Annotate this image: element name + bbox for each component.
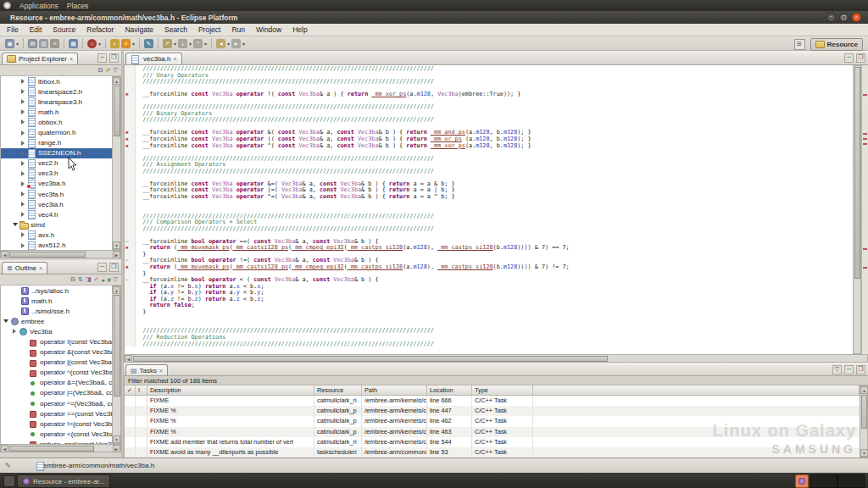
minimize-window-icon[interactable]: −	[826, 13, 836, 22]
search-caret-icon[interactable]: ▾	[98, 41, 101, 47]
task-row[interactable]: FIXME %catmullclark_p/embree-arm/kernels…	[125, 427, 860, 437]
code-line[interactable]: ✱ return (_mm_movemask_ps(_mm_castsi128_…	[125, 263, 853, 270]
editor-overview-ruler[interactable]	[861, 65, 868, 354]
expand-arrow-icon[interactable]	[19, 86, 27, 97]
code-line[interactable]: ✱ return (_mm_movemask_ps(_mm_castsi128_…	[125, 244, 853, 251]
collapse-arrow-icon[interactable]	[3, 316, 10, 326]
expand-arrow-icon[interactable]	[19, 189, 27, 199]
code-line[interactable]: ////////////////////////////////////////…	[125, 213, 853, 219]
tab-outline[interactable]: ≣ Outline ×	[2, 262, 47, 274]
collapse-arrow-icon[interactable]	[12, 219, 19, 230]
code-line[interactable]: ////////////////////////////////////////…	[125, 103, 853, 110]
tasks-col-header-resource[interactable]: Resource	[314, 385, 362, 395]
expand-arrow-icon[interactable]	[19, 169, 27, 179]
code-line[interactable]	[125, 148, 853, 155]
notification-icon[interactable]	[795, 474, 809, 488]
view-menu-icon[interactable]: ▽	[114, 67, 118, 74]
code-line[interactable]	[125, 321, 853, 328]
code-line[interactable]	[125, 199, 853, 206]
link-with-editor-icon[interactable]: ⇄	[106, 67, 111, 74]
scroll-up-icon[interactable]: ▲	[113, 286, 120, 294]
print-icon[interactable]: ≡	[50, 39, 59, 48]
code-line[interactable]: /// Comparison Operators + Select	[125, 219, 853, 225]
code-line[interactable]	[125, 314, 853, 321]
code-line[interactable]: /// Assignment Operators	[125, 161, 853, 168]
tasks-col-header-[interactable]: ✓	[125, 385, 136, 395]
menu-project[interactable]: Project	[198, 25, 220, 34]
tree-item-quaternion-h[interactable]: quaternion.h	[1, 127, 121, 137]
tree-item-obbox-h[interactable]: obbox.h	[1, 117, 121, 127]
minimize-view-icon[interactable]: ─	[97, 263, 107, 272]
code-line[interactable]: __forceinline const Vec3ba operator &=( …	[125, 180, 853, 187]
hide-fields-icon[interactable]: ◨	[86, 276, 92, 283]
open-resource-icon[interactable]: ◐	[110, 39, 120, 48]
code-line[interactable]: if (a.z != b.z) return a.z < b.z;	[125, 296, 853, 302]
tree-item-vec3fa-h[interactable]: vec3fa.h	[1, 189, 121, 199]
expand-arrow-icon[interactable]	[19, 148, 27, 158]
tab-tasks[interactable]: ▤ Tasks ×	[125, 364, 168, 375]
tree-item-vec3ia-h[interactable]: vec3ia.h	[1, 199, 121, 209]
view-menu-icon[interactable]: ▽	[114, 276, 118, 283]
tree-item-embree[interactable]: embree	[1, 316, 121, 326]
expand-arrow-icon[interactable]	[19, 117, 27, 127]
new-wizard-icon[interactable]: ▣	[5, 39, 14, 48]
tasks-table-header[interactable]: ✓!DescriptionResourcePathLocationType	[124, 385, 860, 396]
expand-arrow-icon[interactable]	[19, 107, 27, 117]
workspace-1-tile[interactable]	[810, 474, 837, 488]
project-explorer-hscrollbar[interactable]: ◀ ▶	[0, 250, 121, 258]
back-icon[interactable]: ◄	[216, 39, 225, 48]
search-icon[interactable]: ○	[87, 39, 97, 48]
menu-search[interactable]: Search	[164, 25, 187, 34]
code-editor[interactable]: ////////////////////////////////////////…	[124, 65, 853, 354]
open-perspective-icon[interactable]: ⊞	[794, 39, 805, 50]
expand-arrow-icon[interactable]	[19, 230, 27, 240]
maximize-view-icon[interactable]: ❒	[856, 53, 865, 63]
code-line[interactable]: /// Reduction Operations	[125, 334, 853, 341]
close-icon[interactable]: ×	[39, 265, 42, 271]
code-line[interactable]: ////////////////////////////////////////…	[125, 225, 853, 232]
scroll-right-icon[interactable]: ▶	[113, 251, 120, 258]
code-line[interactable]: }	[125, 270, 853, 277]
previous-annotation-icon[interactable]: ⇡	[193, 39, 203, 48]
code-line[interactable]: ✱ __forceinline const Vec3ba operator ^(…	[125, 142, 853, 149]
tree-item-operator-vec3ba-cons[interactable]: operator ^=(Vec3ba&, cons	[1, 398, 121, 408]
code-line[interactable]: ✱ __forceinline const Vec3ba operator &(…	[125, 129, 853, 136]
tree-item-operator-const-vec3ba-c[interactable]: operator |(const Vec3ba&, c	[1, 358, 121, 368]
menu-window[interactable]: Window	[256, 25, 281, 34]
show-desktop-icon[interactable]	[3, 475, 15, 487]
outline-vscrollbar[interactable]: ▲ ▼	[112, 286, 121, 444]
previous-annotation-caret-icon[interactable]: ▾	[204, 41, 207, 47]
code-line[interactable]: ✱ __forceinline const Vec3ba operator !(…	[125, 91, 853, 97]
tree-item-operator-vec3ba-cons[interactable]: operator &=(Vec3ba&, cons	[1, 378, 121, 388]
scroll-up-icon[interactable]: ▲	[113, 77, 120, 85]
distro-logo-icon[interactable]	[3, 2, 11, 9]
code-line[interactable]: /// Unary Operators	[125, 72, 853, 79]
scroll-left-icon[interactable]: ◀	[1, 251, 8, 258]
close-icon[interactable]: ×	[70, 56, 73, 62]
code-line[interactable]: − __forceinline bool operator ==( const …	[125, 238, 853, 245]
menu-edit[interactable]: Edit	[30, 25, 42, 34]
code-line[interactable]: ✱ __forceinline const Vec3ba operator |(…	[125, 136, 853, 142]
tree-item-simd[interactable]: simd	[1, 219, 121, 230]
tree-item-operator-const-vec3ba-[interactable]: operator !(const Vec3ba&)	[1, 336, 121, 347]
menu-source[interactable]: Source	[53, 25, 75, 34]
save-icon[interactable]: ▤	[28, 39, 37, 48]
tree-item-vec2-h[interactable]: vec2.h	[1, 158, 121, 169]
tree-item-operator-vec3ba-const[interactable]: operator |=(Vec3ba&, const	[1, 388, 121, 398]
next-annotation-caret-icon[interactable]: ▾	[189, 41, 192, 47]
tree-item-math-h[interactable]: math.h	[1, 107, 121, 117]
expand-arrow-icon[interactable]	[11, 326, 19, 336]
hide-macros-icon[interactable]: #	[108, 277, 111, 283]
code-line[interactable]: ////////////////////////////////////////…	[125, 65, 853, 72]
tree-item--sys-alloc-h[interactable]: ../sys/alloc.h	[1, 286, 121, 296]
editor-vscrollbar[interactable]	[853, 65, 861, 354]
tree-item-operator-const-vec3ba-[interactable]: operator <(const Vec3ba&,	[1, 429, 121, 439]
code-line[interactable]: ////////////////////////////////////////…	[125, 78, 853, 85]
hide-non-public-icon[interactable]: ●	[101, 277, 104, 283]
build-icon[interactable]: ▦	[69, 39, 78, 48]
external-tools-run-icon[interactable]: ⚡	[121, 39, 131, 48]
minimize-view-icon[interactable]: ─	[97, 53, 107, 63]
outline-hscrollbar[interactable]: ◀ ▶	[0, 444, 121, 452]
maximize-view-icon[interactable]: ❒	[109, 53, 119, 63]
tab-vec3ba-h[interactable]: vec3ba.h ×	[125, 53, 182, 64]
